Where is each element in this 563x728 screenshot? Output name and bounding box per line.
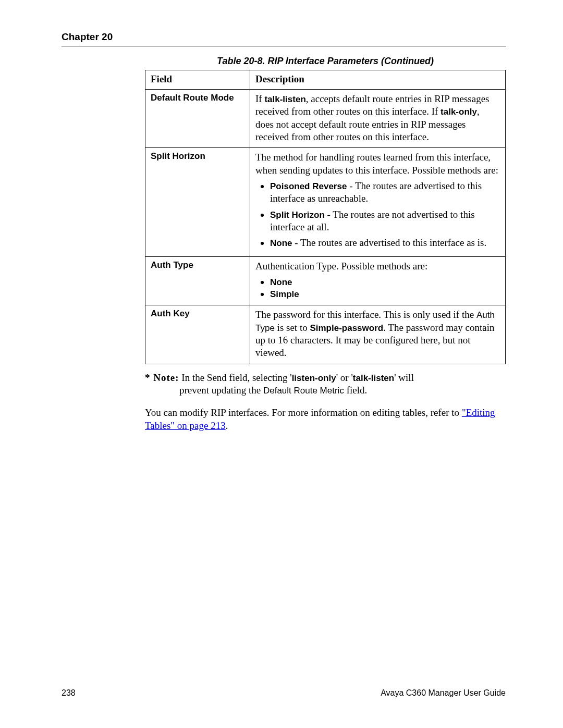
note-line2: prevent updating the Default Route Metri… [179, 384, 506, 397]
parameters-table: Field Description Default Route Mode If … [145, 70, 506, 364]
bold-text: Simple [270, 289, 299, 299]
field-default-route-mode: Default Route Mode [145, 90, 250, 148]
text: prevent updating the [179, 385, 263, 396]
field-split-horizon: Split Horizon [145, 148, 250, 257]
bold-text: Split Horizon [270, 210, 325, 220]
text: is set to [275, 322, 310, 333]
text: The password for this interface. This is… [255, 309, 476, 320]
bold-text: listen-only [292, 373, 336, 383]
method-list: Poisoned Reverse - The routes are advert… [255, 180, 500, 250]
text: . [226, 420, 228, 431]
chapter-heading: Chapter 20 [62, 31, 506, 43]
list-item: Poisoned Reverse - The routes are advert… [270, 180, 500, 205]
auth-type-list: None Simple [255, 276, 500, 300]
text: field. [344, 385, 367, 396]
col-description: Description [250, 70, 506, 90]
document-title: Avaya C360 Manager User Guide [381, 688, 506, 698]
bold-text: talk-only [440, 107, 477, 117]
desc-split-horizon: The method for handling routes learned f… [250, 148, 506, 257]
desc-default-route-mode: If talk-listen, accepts default route en… [250, 90, 506, 148]
text: The method for handling routes learned f… [255, 151, 500, 177]
field-auth-type: Auth Type [145, 257, 250, 305]
text: ' or ' [336, 372, 353, 383]
table-header-row: Field Description [145, 70, 506, 90]
note-label: * Note: [145, 372, 179, 383]
text: Authentication Type. Possible methods ar… [255, 260, 500, 273]
text: - The routes are advertised to this inte… [292, 237, 487, 248]
divider [62, 46, 506, 46]
table-row: Auth Key The password for this interface… [145, 305, 506, 364]
text: ' will [394, 372, 414, 383]
bold-text: talk-listen [353, 373, 394, 383]
list-item: Split Horizon - The routes are not adver… [270, 208, 500, 234]
table-row: Auth Type Authentication Type. Possible … [145, 257, 506, 305]
list-item: None - The routes are advertised to this… [270, 237, 500, 249]
table-row: Split Horizon The method for handling ro… [145, 148, 506, 257]
body-paragraph: You can modify RIP interfaces. For more … [145, 406, 506, 432]
list-item: Simple [270, 288, 500, 300]
bold-text: None [270, 277, 292, 287]
text: In the Send field, selecting ' [179, 372, 292, 383]
page: Chapter 20 Table 20-8. RIP Interface Par… [0, 0, 563, 432]
content-area: Table 20-8. RIP Interface Parameters (Co… [145, 56, 506, 432]
list-item: None [270, 276, 500, 288]
field-auth-key: Auth Key [145, 305, 250, 364]
text: If [255, 93, 264, 104]
desc-auth-key: The password for this interface. This is… [250, 305, 506, 364]
col-field: Field [145, 70, 250, 90]
page-footer: 238 Avaya C360 Manager User Guide [62, 688, 506, 698]
bold-text: Simple-password [310, 323, 383, 333]
table-row: Default Route Mode If talk-listen, accep… [145, 90, 506, 148]
note: * Note: In the Send field, selecting 'li… [145, 372, 506, 397]
table-caption: Table 20-8. RIP Interface Parameters (Co… [145, 56, 506, 67]
text: You can modify RIP interfaces. For more … [145, 407, 462, 418]
bold-text: talk-listen [264, 94, 305, 104]
desc-auth-type: Authentication Type. Possible methods ar… [250, 257, 506, 305]
sans-text: Default Route Metric [263, 386, 344, 396]
bold-text: None [270, 238, 292, 248]
page-number: 238 [62, 688, 76, 698]
bold-text: Poisoned Reverse [270, 181, 347, 191]
